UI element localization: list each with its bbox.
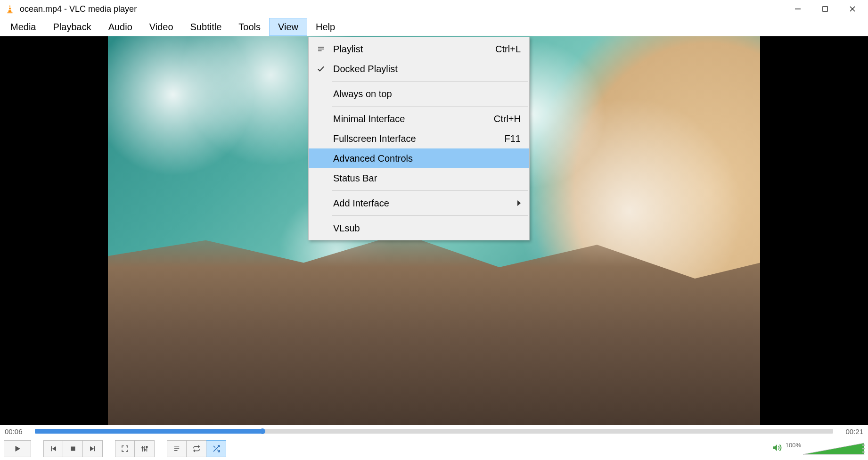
close-button[interactable] — [839, 1, 866, 17]
menuitem-shortcut: Ctrl+H — [494, 114, 521, 124]
controls-bar: 100% — [0, 437, 868, 460]
svg-rect-0 — [8, 12, 13, 13]
menu-separator — [332, 81, 528, 82]
menu-media[interactable]: Media — [2, 18, 44, 36]
svg-rect-4 — [823, 7, 827, 11]
playlist-icon — [309, 45, 333, 53]
menu-separator — [332, 215, 528, 216]
view-menu-dropdown: PlaylistCtrl+LDocked PlaylistAlways on t… — [308, 37, 530, 240]
menu-playback[interactable]: Playback — [44, 18, 99, 36]
menuitem-label: Add Interface — [333, 198, 517, 209]
menuitem-minimal-interface[interactable]: Minimal InterfaceCtrl+H — [309, 109, 529, 129]
menu-tools[interactable]: Tools — [230, 18, 269, 36]
volume-icon[interactable] — [771, 443, 782, 455]
playlist-button[interactable] — [167, 440, 187, 457]
maximize-button[interactable] — [811, 1, 839, 17]
window-title: ocean.mp4 - VLC media player — [20, 4, 137, 14]
playback-group — [43, 440, 103, 457]
stop-button[interactable] — [63, 440, 83, 457]
menuitem-shortcut: Ctrl+L — [495, 44, 521, 55]
submenu-arrow-icon — [517, 200, 521, 206]
seek-knob[interactable] — [260, 428, 265, 434]
menuitem-label: Playlist — [333, 44, 486, 55]
menu-separator — [332, 190, 528, 191]
menuitem-status-bar[interactable]: Status Bar — [309, 168, 529, 188]
menu-subtitle[interactable]: Subtitle — [182, 18, 230, 36]
svg-rect-7 — [71, 447, 75, 451]
volume-control: 100% — [771, 442, 864, 456]
menuitem-label: Advanced Controls — [333, 153, 521, 164]
menubar: MediaPlaybackAudioVideoSubtitleToolsView… — [0, 18, 868, 36]
menuitem-playlist[interactable]: PlaylistCtrl+L — [309, 39, 529, 59]
menuitem-always-on-top[interactable]: Always on top — [309, 84, 529, 104]
titlebar: ocean.mp4 - VLC media player — [0, 0, 868, 18]
playlist-group — [167, 440, 226, 457]
volume-slider[interactable] — [803, 442, 864, 455]
check-icon — [309, 65, 333, 73]
menuitem-advanced-controls[interactable]: Advanced Controls — [309, 148, 529, 168]
menuitem-docked-playlist[interactable]: Docked Playlist — [309, 59, 529, 79]
menuitem-vlsub[interactable]: VLsub — [309, 218, 529, 238]
total-time[interactable]: 00:21 — [838, 427, 863, 435]
view-group — [115, 440, 155, 457]
elapsed-time[interactable]: 00:06 — [5, 427, 30, 435]
extended-settings-button[interactable] — [135, 440, 155, 457]
menuitem-label: Minimal Interface — [333, 114, 484, 124]
menuitem-label: Always on top — [333, 89, 521, 99]
svg-point-12 — [144, 449, 145, 451]
menu-audio[interactable]: Audio — [100, 18, 141, 36]
menuitem-fullscreen-interface[interactable]: Fullscreen InterfaceF11 — [309, 129, 529, 148]
svg-rect-1 — [8, 7, 11, 8]
next-button[interactable] — [83, 440, 103, 457]
menuitem-label: Status Bar — [333, 173, 521, 184]
menu-help[interactable]: Help — [307, 18, 344, 36]
menuitem-label: Docked Playlist — [333, 64, 521, 74]
previous-button[interactable] — [43, 440, 63, 457]
vlc-window: ocean.mp4 - VLC media player MediaPlayba… — [0, 0, 868, 460]
seek-bar[interactable] — [35, 429, 833, 434]
svg-point-13 — [146, 446, 147, 448]
menuitem-label: Fullscreen Interface — [333, 133, 495, 144]
menuitem-add-interface[interactable]: Add Interface — [309, 193, 529, 213]
fullscreen-button[interactable] — [115, 440, 135, 457]
menuitem-label: VLsub — [333, 223, 521, 234]
seek-bar-row: 00:06 00:21 — [0, 425, 868, 437]
menuitem-shortcut: F11 — [505, 133, 521, 144]
menu-view[interactable]: View — [269, 18, 307, 36]
minimize-button[interactable] — [784, 1, 811, 17]
loop-button[interactable] — [187, 440, 206, 457]
svg-rect-2 — [8, 9, 11, 10]
svg-point-11 — [142, 447, 143, 448]
seek-fill — [35, 429, 262, 434]
vlc-cone-icon — [5, 4, 15, 14]
window-controls — [784, 1, 866, 17]
menu-video[interactable]: Video — [141, 18, 182, 36]
play-button[interactable] — [4, 440, 31, 457]
menu-separator — [332, 106, 528, 107]
volume-grip-icon — [862, 443, 865, 454]
shuffle-button[interactable] — [206, 440, 226, 457]
volume-percent-label: 100% — [786, 442, 801, 449]
